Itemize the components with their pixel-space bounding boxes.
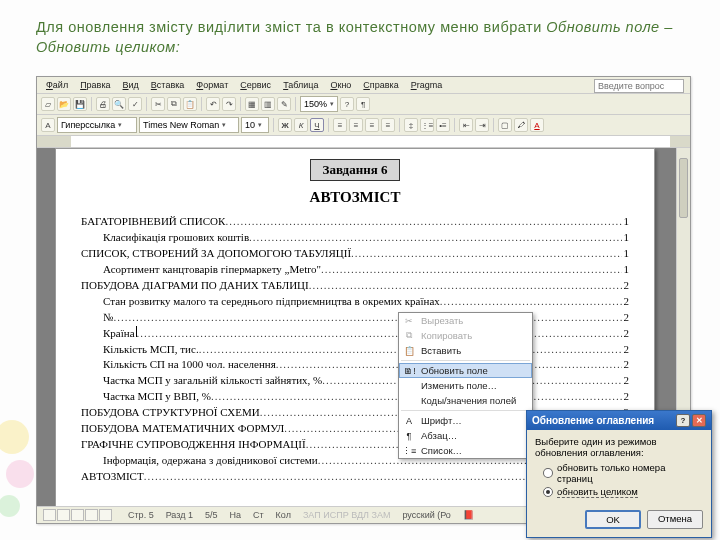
toc-row[interactable]: Стан розвитку малого та середнього підпр… bbox=[81, 294, 629, 310]
list-icon: ⋮≡ bbox=[402, 445, 416, 457]
toc-row[interactable]: ПОБУДОВА ДІАГРАМИ ПО ДАНИХ ТАБЛИЦІ......… bbox=[81, 278, 629, 294]
cut-icon[interactable]: ✂ bbox=[151, 97, 165, 111]
italic-icon[interactable]: К bbox=[294, 118, 308, 132]
toc-leader-dots: ........................................… bbox=[225, 214, 621, 230]
font-color-icon[interactable]: A bbox=[530, 118, 544, 132]
redo-icon[interactable]: ↷ bbox=[222, 97, 236, 111]
cancel-button[interactable]: Отмена bbox=[647, 510, 703, 529]
ctx-paste[interactable]: 📋Вставить bbox=[399, 343, 532, 358]
highlight-icon[interactable]: 🖍 bbox=[514, 118, 528, 132]
numbering-icon[interactable]: ⋮≡ bbox=[420, 118, 434, 132]
toc-page-number: 2 bbox=[622, 310, 630, 326]
toc-row[interactable]: Країна..................................… bbox=[81, 326, 629, 342]
columns-icon[interactable]: ▥ bbox=[261, 97, 275, 111]
toc-page-number: 1 bbox=[622, 262, 630, 278]
bold-icon[interactable]: Ж bbox=[278, 118, 292, 132]
radio-entire[interactable]: обновить целиком bbox=[543, 486, 703, 498]
menu-вставка[interactable]: Вставка bbox=[146, 79, 189, 91]
menu-таблица[interactable]: Таблица bbox=[278, 79, 323, 91]
ctx-font[interactable]: AШрифт… bbox=[399, 413, 532, 428]
menu-файл[interactable]: Файл bbox=[41, 79, 73, 91]
ask-question-input[interactable] bbox=[594, 79, 684, 93]
align-right-icon[interactable]: ≡ bbox=[365, 118, 379, 132]
align-left-icon[interactable]: ≡ bbox=[333, 118, 347, 132]
font-combo[interactable]: Times New Roman bbox=[139, 117, 239, 133]
status-lang: русский (Ро bbox=[402, 510, 450, 520]
status-col: Кол bbox=[276, 510, 291, 520]
zoom-combo[interactable]: 150% bbox=[300, 96, 338, 112]
ctx-list[interactable]: ⋮≡Список… bbox=[399, 443, 532, 458]
copy-icon[interactable]: ⧉ bbox=[167, 97, 181, 111]
page-heading: АВТОЗМІСТ bbox=[81, 189, 629, 206]
ctx-paragraph[interactable]: ¶Абзац… bbox=[399, 428, 532, 443]
toc-row[interactable]: Частка МСП у ВВП, %.....................… bbox=[81, 389, 629, 405]
menu-формат[interactable]: Формат bbox=[191, 79, 233, 91]
context-menu: ✂Вырезать ⧉Копировать 📋Вставить 🗎!Обнови… bbox=[398, 312, 533, 459]
scrollbar-thumb[interactable] bbox=[679, 158, 688, 218]
style-combo[interactable]: Гиперссылка bbox=[57, 117, 137, 133]
toc-row[interactable]: №.......................................… bbox=[81, 310, 629, 326]
view-outline-icon[interactable] bbox=[85, 509, 98, 521]
radio-pages-only-label: обновить только номера страниц bbox=[557, 462, 703, 484]
toc-row[interactable]: Кількість МСП, тис......................… bbox=[81, 342, 629, 358]
toc-entry-text: Кількість СП на 1000 чол. населення bbox=[81, 357, 276, 373]
menu-pragma[interactable]: Pragma bbox=[406, 79, 448, 91]
toc-row[interactable]: СПИСОК, СТВОРЕНИЙ ЗА ДОПОМОГОЮ ТАБУЛЯЦІЇ… bbox=[81, 246, 629, 262]
view-normal-icon[interactable] bbox=[43, 509, 56, 521]
size-combo[interactable]: 10 bbox=[241, 117, 269, 133]
toc-row[interactable]: Класифікація грошових коштів............… bbox=[81, 230, 629, 246]
task-badge: Завдання 6 bbox=[310, 159, 401, 181]
undo-icon[interactable]: ↶ bbox=[206, 97, 220, 111]
menu-справка[interactable]: Справка bbox=[358, 79, 403, 91]
dialog-help-icon[interactable]: ? bbox=[676, 414, 690, 427]
para-marks-icon[interactable]: ¶ bbox=[356, 97, 370, 111]
ctx-edit-field[interactable]: Изменить поле… bbox=[399, 378, 532, 393]
indent-icon[interactable]: ⇥ bbox=[475, 118, 489, 132]
toc-row[interactable]: Асортимент канцтоварів гіпермаркету „Met… bbox=[81, 262, 629, 278]
toc-page-number: 1 bbox=[622, 214, 630, 230]
status-at: На bbox=[229, 510, 241, 520]
ctx-update-field[interactable]: 🗎!Обновить поле bbox=[399, 363, 532, 378]
bullets-icon[interactable]: •≡ bbox=[436, 118, 450, 132]
print-icon[interactable]: 🖨 bbox=[96, 97, 110, 111]
align-justify-icon[interactable]: ≡ bbox=[381, 118, 395, 132]
spell-icon[interactable]: ✓ bbox=[128, 97, 142, 111]
line-spacing-icon[interactable]: ‡ bbox=[404, 118, 418, 132]
toc-leader-dots: ........................................… bbox=[321, 262, 622, 278]
align-center-icon[interactable]: ≡ bbox=[349, 118, 363, 132]
view-print-icon[interactable] bbox=[71, 509, 84, 521]
save-icon[interactable]: 💾 bbox=[73, 97, 87, 111]
underline-icon[interactable]: Ч bbox=[310, 118, 324, 132]
toc-row[interactable]: БАГАТОРІВНЕВИЙ СПИСОК...................… bbox=[81, 214, 629, 230]
preview-icon[interactable]: 🔍 bbox=[112, 97, 126, 111]
view-web-icon[interactable] bbox=[57, 509, 70, 521]
status-page: Стр. 5 bbox=[128, 510, 154, 520]
dialog-titlebar[interactable]: Обновление оглавления ? ✕ bbox=[527, 411, 711, 430]
toc-entry-text: Асортимент канцтоварів гіпермаркету „Met… bbox=[81, 262, 321, 278]
dialog-close-icon[interactable]: ✕ bbox=[692, 414, 706, 427]
menu-сервис[interactable]: Сервис bbox=[235, 79, 276, 91]
status-book-icon[interactable]: 📕 bbox=[463, 510, 474, 520]
view-buttons[interactable] bbox=[43, 509, 112, 521]
ask-question-box[interactable] bbox=[594, 79, 684, 93]
drawing-icon[interactable]: ✎ bbox=[277, 97, 291, 111]
toc-row[interactable]: Кількість СП на 1000 чол. населення.....… bbox=[81, 357, 629, 373]
ok-button[interactable]: OK bbox=[585, 510, 641, 529]
menu-окно[interactable]: Окно bbox=[325, 79, 356, 91]
table-icon[interactable]: ▦ bbox=[245, 97, 259, 111]
paste-icon[interactable]: 📋 bbox=[183, 97, 197, 111]
toc-entry-text: Класифікація грошових коштів bbox=[81, 230, 249, 246]
open-icon[interactable]: 📂 bbox=[57, 97, 71, 111]
help-icon[interactable]: ? bbox=[340, 97, 354, 111]
menu-вид[interactable]: Вид bbox=[118, 79, 144, 91]
view-reading-icon[interactable] bbox=[99, 509, 112, 521]
styles-pane-icon[interactable]: A bbox=[41, 118, 55, 132]
toc-row[interactable]: Частка МСП у загальній кількості зайняти… bbox=[81, 373, 629, 389]
border-icon[interactable]: ▢ bbox=[498, 118, 512, 132]
new-icon[interactable]: ▱ bbox=[41, 97, 55, 111]
outdent-icon[interactable]: ⇤ bbox=[459, 118, 473, 132]
radio-pages-only[interactable]: обновить только номера страниц bbox=[543, 462, 703, 484]
ctx-toggle-codes[interactable]: Коды/значения полей bbox=[399, 393, 532, 408]
ruler[interactable] bbox=[37, 136, 690, 148]
menu-правка[interactable]: Правка bbox=[75, 79, 115, 91]
